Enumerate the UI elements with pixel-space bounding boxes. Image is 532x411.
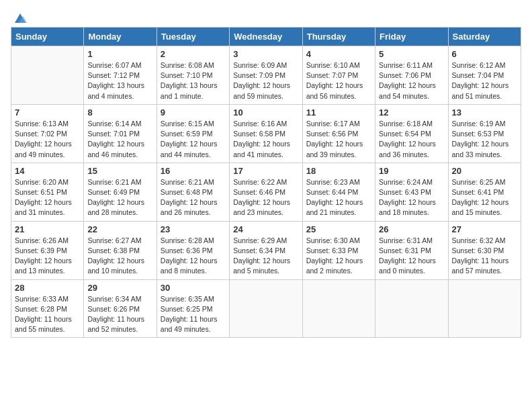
calendar-cell: 7Sunrise: 6:13 AM Sunset: 7:02 PM Daylig… [11, 104, 84, 163]
day-info: Sunrise: 6:21 AM Sunset: 6:48 PM Dayligh… [161, 177, 226, 218]
day-number: 17 [233, 166, 298, 176]
day-number: 16 [161, 166, 226, 176]
calendar-cell: 9Sunrise: 6:15 AM Sunset: 6:59 PM Daylig… [157, 104, 229, 163]
day-info: Sunrise: 6:32 AM Sunset: 6:30 PM Dayligh… [452, 236, 517, 277]
day-number: 25 [306, 224, 371, 234]
day-info: Sunrise: 6:28 AM Sunset: 6:36 PM Dayligh… [161, 236, 226, 277]
calendar-cell: 30Sunrise: 6:35 AM Sunset: 6:25 PM Dayli… [157, 279, 229, 338]
day-number: 26 [379, 224, 444, 234]
day-number: 22 [87, 224, 152, 234]
calendar-cell [448, 279, 521, 338]
calendar-cell: 25Sunrise: 6:30 AM Sunset: 6:33 PM Dayli… [302, 221, 375, 279]
day-number: 29 [87, 283, 152, 293]
day-number: 7 [15, 107, 80, 118]
day-number: 2 [161, 49, 226, 59]
day-number: 3 [233, 49, 298, 59]
col-header-sunday: Sunday [11, 28, 84, 46]
day-info: Sunrise: 6:18 AM Sunset: 6:54 PM Dayligh… [379, 119, 444, 160]
col-header-wednesday: Wednesday [230, 28, 302, 46]
day-number: 18 [306, 166, 371, 176]
calendar-cell [11, 46, 84, 105]
calendar-cell: 22Sunrise: 6:27 AM Sunset: 6:38 PM Dayli… [84, 221, 157, 279]
day-number: 24 [233, 224, 298, 234]
day-number: 13 [452, 107, 517, 118]
day-number: 28 [15, 283, 80, 293]
calendar-cell: 14Sunrise: 6:20 AM Sunset: 6:51 PM Dayli… [11, 163, 84, 221]
day-info: Sunrise: 6:34 AM Sunset: 6:26 PM Dayligh… [87, 294, 152, 335]
calendar-cell: 6Sunrise: 6:12 AM Sunset: 7:04 PM Daylig… [448, 46, 521, 105]
calendar-cell: 16Sunrise: 6:21 AM Sunset: 6:48 PM Dayli… [157, 163, 229, 221]
calendar-cell [375, 279, 448, 338]
col-header-tuesday: Tuesday [157, 28, 229, 46]
logo [11, 11, 27, 21]
day-info: Sunrise: 6:27 AM Sunset: 6:38 PM Dayligh… [87, 236, 152, 277]
logo-icon [12, 11, 27, 26]
day-number: 21 [15, 224, 80, 234]
day-info: Sunrise: 6:09 AM Sunset: 7:09 PM Dayligh… [233, 60, 298, 101]
day-number: 9 [161, 107, 226, 118]
day-info: Sunrise: 6:29 AM Sunset: 6:34 PM Dayligh… [233, 236, 298, 277]
calendar-cell: 24Sunrise: 6:29 AM Sunset: 6:34 PM Dayli… [230, 221, 302, 279]
calendar-cell: 13Sunrise: 6:19 AM Sunset: 6:53 PM Dayli… [448, 104, 521, 163]
day-number: 30 [161, 283, 226, 293]
day-number: 4 [306, 49, 371, 59]
calendar-cell: 4Sunrise: 6:10 AM Sunset: 7:07 PM Daylig… [302, 46, 375, 105]
day-info: Sunrise: 6:33 AM Sunset: 6:28 PM Dayligh… [15, 294, 80, 335]
day-number: 8 [87, 107, 152, 118]
day-info: Sunrise: 6:11 AM Sunset: 7:06 PM Dayligh… [379, 60, 444, 101]
day-number: 23 [161, 224, 226, 234]
day-number: 27 [452, 224, 517, 234]
calendar-cell: 26Sunrise: 6:31 AM Sunset: 6:31 PM Dayli… [375, 221, 448, 279]
calendar-cell: 18Sunrise: 6:23 AM Sunset: 6:44 PM Dayli… [302, 163, 375, 221]
calendar-cell: 17Sunrise: 6:22 AM Sunset: 6:46 PM Dayli… [230, 163, 302, 221]
col-header-saturday: Saturday [448, 28, 521, 46]
calendar-cell: 10Sunrise: 6:16 AM Sunset: 6:58 PM Dayli… [230, 104, 302, 163]
calendar-cell [302, 279, 375, 338]
day-info: Sunrise: 6:10 AM Sunset: 7:07 PM Dayligh… [306, 60, 371, 101]
calendar-table: SundayMondayTuesdayWednesdayThursdayFrid… [11, 27, 521, 338]
calendar-cell: 19Sunrise: 6:24 AM Sunset: 6:43 PM Dayli… [375, 163, 448, 221]
calendar-cell: 2Sunrise: 6:08 AM Sunset: 7:10 PM Daylig… [157, 46, 229, 105]
calendar-cell: 11Sunrise: 6:17 AM Sunset: 6:56 PM Dayli… [302, 104, 375, 163]
day-info: Sunrise: 6:16 AM Sunset: 6:58 PM Dayligh… [233, 119, 298, 160]
day-info: Sunrise: 6:35 AM Sunset: 6:25 PM Dayligh… [161, 294, 226, 335]
calendar-cell: 21Sunrise: 6:26 AM Sunset: 6:39 PM Dayli… [11, 221, 84, 279]
day-info: Sunrise: 6:19 AM Sunset: 6:53 PM Dayligh… [452, 119, 517, 160]
calendar-cell: 23Sunrise: 6:28 AM Sunset: 6:36 PM Dayli… [157, 221, 229, 279]
day-info: Sunrise: 6:15 AM Sunset: 6:59 PM Dayligh… [161, 119, 226, 160]
col-header-monday: Monday [84, 28, 157, 46]
calendar-cell: 28Sunrise: 6:33 AM Sunset: 6:28 PM Dayli… [11, 279, 84, 338]
calendar-cell: 5Sunrise: 6:11 AM Sunset: 7:06 PM Daylig… [375, 46, 448, 105]
day-info: Sunrise: 6:12 AM Sunset: 7:04 PM Dayligh… [452, 60, 517, 101]
calendar-cell: 8Sunrise: 6:14 AM Sunset: 7:01 PM Daylig… [84, 104, 157, 163]
day-number: 11 [306, 107, 371, 118]
day-number: 14 [15, 166, 80, 176]
calendar-cell: 20Sunrise: 6:25 AM Sunset: 6:41 PM Dayli… [448, 163, 521, 221]
calendar-cell: 29Sunrise: 6:34 AM Sunset: 6:26 PM Dayli… [84, 279, 157, 338]
day-info: Sunrise: 6:08 AM Sunset: 7:10 PM Dayligh… [161, 60, 226, 101]
day-number: 1 [87, 49, 152, 59]
calendar-cell: 27Sunrise: 6:32 AM Sunset: 6:30 PM Dayli… [448, 221, 521, 279]
day-info: Sunrise: 6:22 AM Sunset: 6:46 PM Dayligh… [233, 177, 298, 218]
day-info: Sunrise: 6:31 AM Sunset: 6:31 PM Dayligh… [379, 236, 444, 277]
day-info: Sunrise: 6:24 AM Sunset: 6:43 PM Dayligh… [379, 177, 444, 218]
page-header [11, 11, 521, 21]
day-info: Sunrise: 6:25 AM Sunset: 6:41 PM Dayligh… [452, 177, 517, 218]
day-info: Sunrise: 6:30 AM Sunset: 6:33 PM Dayligh… [306, 236, 371, 277]
day-info: Sunrise: 6:17 AM Sunset: 6:56 PM Dayligh… [306, 119, 371, 160]
calendar-cell: 3Sunrise: 6:09 AM Sunset: 7:09 PM Daylig… [230, 46, 302, 105]
day-info: Sunrise: 6:14 AM Sunset: 7:01 PM Dayligh… [87, 119, 152, 160]
day-info: Sunrise: 6:21 AM Sunset: 6:49 PM Dayligh… [87, 177, 152, 218]
calendar-cell [230, 279, 302, 338]
day-number: 5 [379, 49, 444, 59]
day-info: Sunrise: 6:23 AM Sunset: 6:44 PM Dayligh… [306, 177, 371, 218]
col-header-friday: Friday [375, 28, 448, 46]
day-number: 20 [452, 166, 517, 176]
day-number: 19 [379, 166, 444, 176]
day-info: Sunrise: 6:20 AM Sunset: 6:51 PM Dayligh… [15, 177, 80, 218]
day-info: Sunrise: 6:07 AM Sunset: 7:12 PM Dayligh… [87, 60, 152, 101]
calendar-cell: 15Sunrise: 6:21 AM Sunset: 6:49 PM Dayli… [84, 163, 157, 221]
col-header-thursday: Thursday [302, 28, 375, 46]
day-number: 10 [233, 107, 298, 118]
day-info: Sunrise: 6:26 AM Sunset: 6:39 PM Dayligh… [15, 236, 80, 277]
